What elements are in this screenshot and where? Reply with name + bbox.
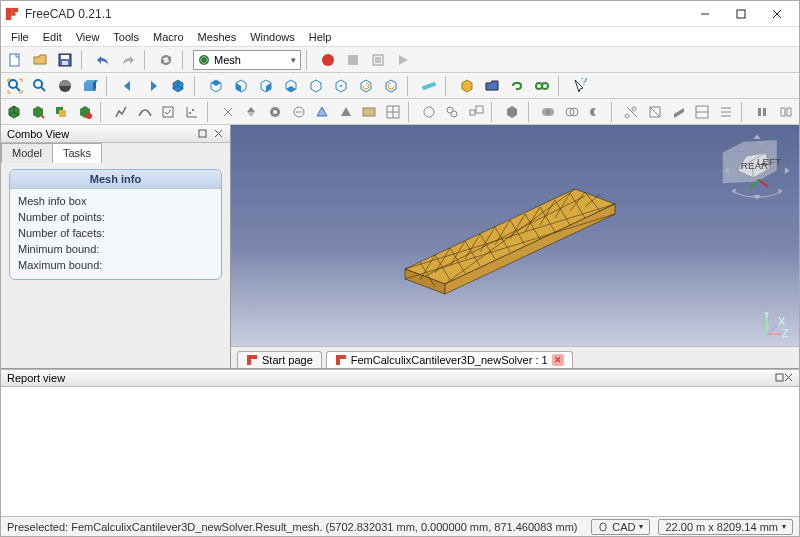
nav-back-icon[interactable] xyxy=(117,75,139,97)
close-button[interactable] xyxy=(759,3,795,25)
mesh-decimate-icon[interactable] xyxy=(442,101,463,123)
bounding-box-icon[interactable] xyxy=(79,75,101,97)
combo-view-title: Combo View xyxy=(7,128,69,140)
menu-help[interactable]: Help xyxy=(303,29,338,45)
tab-close-icon[interactable]: ✕ xyxy=(552,354,564,366)
group-create-icon[interactable] xyxy=(481,75,503,97)
mouse-icon xyxy=(598,522,608,532)
macro-list-icon[interactable] xyxy=(367,49,389,71)
whats-this-icon[interactable]: ? xyxy=(569,75,591,97)
mesh-regular-solid-icon[interactable] xyxy=(502,101,523,123)
open-icon[interactable] xyxy=(29,49,51,71)
menu-edit[interactable]: Edit xyxy=(37,29,68,45)
mesh-export-icon[interactable] xyxy=(28,101,49,123)
measure-icon[interactable] xyxy=(418,75,440,97)
menu-meshes[interactable]: Meshes xyxy=(192,29,243,45)
mesh-import-icon[interactable] xyxy=(4,101,25,123)
svg-rect-110 xyxy=(336,355,340,365)
mesh-refinement-icon[interactable] xyxy=(75,101,96,123)
title-bar: FreeCAD 0.21.1 xyxy=(1,1,799,27)
status-bar: Preselected: FemCalculixCantilever3D_new… xyxy=(1,516,799,536)
mesh-trim-plane-icon[interactable] xyxy=(669,101,690,123)
dimensions-display[interactable]: 22.00 m x 8209.14 mm ▾ xyxy=(658,519,793,535)
mesh-curvature-info-icon[interactable] xyxy=(134,101,155,123)
view-front-icon[interactable] xyxy=(205,75,227,97)
mesh-curvature-plot-icon[interactable] xyxy=(181,101,202,123)
mesh-harmonize-icon[interactable] xyxy=(218,101,239,123)
mesh-segmentation-icon[interactable] xyxy=(382,101,403,123)
part-create-icon[interactable] xyxy=(456,75,478,97)
menu-tools[interactable]: Tools xyxy=(107,29,145,45)
svg-rect-45 xyxy=(470,110,475,115)
macro-play-icon[interactable] xyxy=(392,49,414,71)
view-right-icon[interactable] xyxy=(255,75,277,97)
draw-style-icon[interactable] xyxy=(54,75,76,97)
svg-rect-25 xyxy=(422,81,437,90)
mesh-object[interactable] xyxy=(385,159,645,299)
fit-all-icon[interactable] xyxy=(4,75,26,97)
svg-line-100 xyxy=(759,180,768,187)
navigation-cube[interactable]: REAR LEFT xyxy=(721,131,793,203)
panel-close-icon[interactable] xyxy=(784,372,793,384)
mesh-merge-icon[interactable] xyxy=(752,101,773,123)
mesh-cut-icon[interactable] xyxy=(621,101,642,123)
view-rotate-right-icon[interactable] xyxy=(380,75,402,97)
nav-forward-icon[interactable] xyxy=(142,75,164,97)
undo-icon[interactable] xyxy=(92,49,114,71)
tab-model[interactable]: Model xyxy=(1,143,53,163)
mesh-evaluate-solid-icon[interactable] xyxy=(158,101,179,123)
menu-macro[interactable]: Macro xyxy=(147,29,190,45)
mesh-remove-by-hand-icon[interactable] xyxy=(359,101,380,123)
mesh-trim-icon[interactable] xyxy=(645,101,666,123)
tab-document[interactable]: FemCalculixCantilever3D_newSolver : 1 ✕ xyxy=(326,351,573,368)
view-left-icon[interactable] xyxy=(330,75,352,97)
menu-windows[interactable]: Windows xyxy=(244,29,301,45)
fit-selection-icon[interactable] xyxy=(29,75,51,97)
svg-line-21 xyxy=(41,87,45,91)
nav-style-selector[interactable]: CAD ▾ xyxy=(591,519,650,535)
refresh-icon[interactable] xyxy=(155,49,177,71)
new-icon[interactable] xyxy=(4,49,26,71)
macro-stop-icon[interactable] xyxy=(342,49,364,71)
mesh-fill-holes-icon[interactable] xyxy=(265,101,286,123)
view-top-icon[interactable] xyxy=(230,75,252,97)
3d-viewport[interactable]: REAR LEFT Y Z X xyxy=(231,125,799,346)
save-icon[interactable] xyxy=(54,49,76,71)
mesh-remove-comp-icon[interactable] xyxy=(335,101,356,123)
report-view-body[interactable] xyxy=(1,387,799,516)
minimize-button[interactable] xyxy=(687,3,723,25)
link-actions-icon[interactable] xyxy=(531,75,553,97)
mesh-fromshape-icon[interactable] xyxy=(51,101,72,123)
svg-rect-30 xyxy=(59,110,66,117)
svg-rect-10 xyxy=(62,61,68,65)
panel-close-icon[interactable] xyxy=(212,128,224,140)
mesh-split-icon[interactable] xyxy=(775,101,796,123)
svg-point-52 xyxy=(594,108,602,116)
view-rotate-left-icon[interactable] xyxy=(355,75,377,97)
menu-view[interactable]: View xyxy=(70,29,106,45)
workbench-selector[interactable]: Mesh ▾ xyxy=(193,50,301,70)
tab-tasks[interactable]: Tasks xyxy=(52,143,102,163)
panel-float-icon[interactable] xyxy=(196,128,208,140)
mesh-cross-sections-icon[interactable] xyxy=(716,101,737,123)
mesh-intersection-icon[interactable] xyxy=(562,101,583,123)
redo-icon[interactable] xyxy=(117,49,139,71)
panel-float-icon[interactable] xyxy=(775,372,784,384)
maximize-button[interactable] xyxy=(723,3,759,25)
mesh-union-icon[interactable] xyxy=(538,101,559,123)
mesh-flip-icon[interactable] xyxy=(241,101,262,123)
mesh-difference-icon[interactable] xyxy=(585,101,606,123)
isometric-icon[interactable] xyxy=(167,75,189,97)
mesh-add-facet-icon[interactable] xyxy=(312,101,333,123)
view-rear-icon[interactable] xyxy=(280,75,302,97)
menu-file[interactable]: File xyxy=(5,29,35,45)
view-bottom-icon[interactable] xyxy=(305,75,327,97)
mesh-section-icon[interactable] xyxy=(692,101,713,123)
mesh-close-hole-icon[interactable] xyxy=(288,101,309,123)
mesh-scale-icon[interactable] xyxy=(466,101,487,123)
mesh-analyze-icon[interactable] xyxy=(111,101,132,123)
macro-record-icon[interactable] xyxy=(317,49,339,71)
tab-start-page[interactable]: Start page xyxy=(237,351,322,368)
link-make-icon[interactable] xyxy=(506,75,528,97)
mesh-smooth-icon[interactable] xyxy=(419,101,440,123)
